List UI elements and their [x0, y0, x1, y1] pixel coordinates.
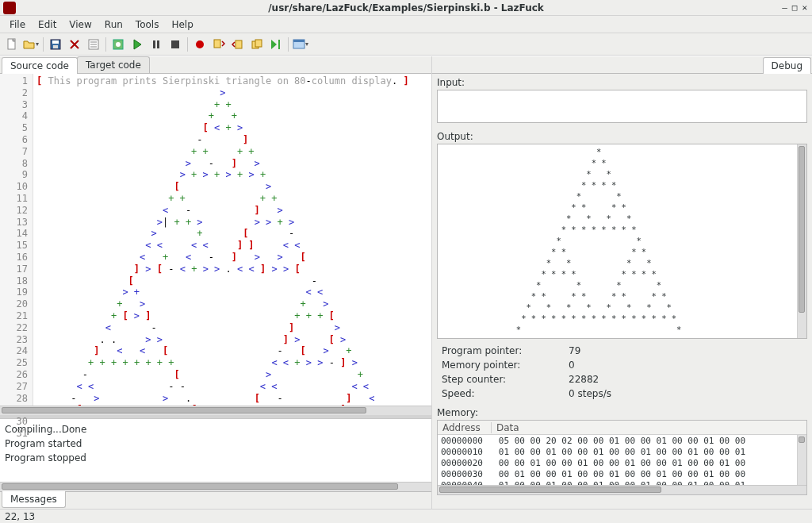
memory-pointer-label: Memory pointer:	[442, 360, 569, 371]
memory-panel: Address Data 00000000 05 00 00 20 02 00 …	[437, 420, 807, 495]
svg-rect-15	[236, 40, 242, 48]
menu-help[interactable]: Help	[165, 17, 199, 32]
compile-button[interactable]	[109, 36, 127, 53]
message-line: Program started	[5, 436, 427, 451]
svg-rect-14	[214, 40, 220, 48]
pause-button[interactable]	[147, 36, 165, 53]
svg-rect-17	[255, 40, 262, 47]
view-dropdown[interactable]: ▾	[292, 36, 309, 53]
output-panel: * * * * * * * * * * * * * * *	[437, 144, 807, 339]
menu-tools[interactable]: Tools	[129, 17, 166, 32]
step-counter-label: Step counter:	[442, 374, 569, 385]
window-title: /usr/share/LazFuck/Examples/Sierpinski.b…	[0, 2, 812, 13]
chevron-down-icon: ▾	[305, 40, 308, 48]
menu-run[interactable]: Run	[98, 17, 129, 32]
chevron-down-icon: ▾	[36, 40, 39, 48]
app-icon	[3, 2, 16, 14]
new-button[interactable]	[3, 36, 21, 53]
svg-rect-11	[157, 40, 159, 48]
messages-h-scrollbar[interactable]	[0, 482, 431, 491]
step-out-button[interactable]	[248, 36, 266, 53]
tab-messages[interactable]: Messages	[2, 491, 66, 508]
debug-tabstrip: Debug	[432, 56, 812, 74]
svg-rect-12	[171, 40, 179, 48]
input-label: Input:	[432, 74, 812, 90]
memory-col-address[interactable]: Address	[438, 422, 492, 433]
menu-file[interactable]: File	[3, 17, 32, 32]
tab-source-code[interactable]: Source code	[2, 57, 78, 74]
code-editor[interactable]: 1 2 3 4 5 6 7 8 9 10 11 12 13 14 15 16 1…	[0, 74, 431, 406]
memory-label: Memory:	[432, 404, 812, 420]
memory-v-scrollbar[interactable]	[797, 435, 806, 485]
run-button[interactable]	[128, 36, 146, 53]
output-v-scrollbar[interactable]	[797, 144, 806, 338]
program-pointer-label: Program pointer:	[442, 345, 569, 356]
step-into-button[interactable]	[210, 36, 228, 53]
toolbar: ▾ ▾	[0, 33, 812, 56]
bottom-tabstrip: Messages	[0, 491, 431, 509]
cursor-position: 22, 13	[5, 511, 35, 522]
svg-rect-18	[278, 40, 280, 49]
separator	[288, 37, 289, 52]
input-box[interactable]	[437, 90, 807, 123]
maximize-button[interactable]: □	[792, 2, 798, 13]
message-line: Program stopped	[5, 451, 427, 465]
memory-header: Address Data	[438, 421, 806, 435]
svg-point-9	[116, 42, 121, 47]
speed-label: Speed:	[442, 388, 569, 399]
memory-col-data[interactable]: Data	[492, 422, 526, 433]
memory-pointer-value: 0	[569, 360, 575, 371]
message-line: Compiling...Done	[5, 422, 427, 436]
step-counter-value: 22882	[569, 374, 599, 385]
editor-h-scrollbar[interactable]	[0, 406, 431, 415]
separator	[43, 37, 44, 52]
svg-rect-2	[52, 40, 59, 44]
window-controls: – □ ✕	[782, 2, 812, 13]
svg-rect-20	[293, 40, 304, 42]
output-label: Output:	[432, 128, 812, 144]
step-over-button[interactable]	[229, 36, 247, 53]
right-column: Debug Input: Output: * * * * * * * * *	[432, 56, 812, 509]
separator	[187, 37, 188, 52]
record-button[interactable]	[191, 36, 209, 53]
main-area: Source code Target code 1 2 3 4 5 6 7 8 …	[0, 56, 812, 509]
save-button[interactable]	[47, 36, 64, 53]
tab-target-code[interactable]: Target code	[77, 56, 150, 73]
close-button[interactable]: ✕	[802, 2, 807, 13]
svg-rect-3	[53, 45, 58, 48]
menu-edit[interactable]: Edit	[32, 17, 63, 32]
close-file-button[interactable]	[66, 36, 83, 53]
line-gutter: 1 2 3 4 5 6 7 8 9 10 11 12 13 14 15 16 1…	[0, 74, 33, 406]
svg-point-13	[196, 40, 204, 48]
title-bar: /usr/share/LazFuck/Examples/Sierpinski.b…	[0, 0, 812, 16]
stop-button[interactable]	[167, 36, 184, 53]
separator	[105, 37, 106, 52]
svg-rect-10	[153, 40, 155, 48]
memory-text: 00000000 05 00 00 20 02 00 00 01 00 00 0…	[438, 435, 797, 485]
status-bar: 22, 13	[0, 509, 812, 523]
debug-stats: Program pointer:79 Memory pointer:0 Step…	[432, 339, 812, 404]
speed-value: 0 steps/s	[569, 388, 611, 399]
menu-view[interactable]: View	[63, 17, 98, 32]
code-tabstrip: Source code Target code	[0, 56, 431, 74]
memory-h-scrollbar[interactable]	[438, 485, 806, 494]
run-to-cursor-button[interactable]	[267, 36, 285, 53]
code-text[interactable]: [ This program prints Sierpinski triangl…	[33, 74, 431, 406]
tab-debug[interactable]: Debug	[763, 57, 811, 74]
left-column: Source code Target code 1 2 3 4 5 6 7 8 …	[0, 56, 432, 509]
properties-button[interactable]	[85, 36, 102, 53]
program-pointer-value: 79	[569, 345, 580, 356]
open-button[interactable]: ▾	[22, 36, 40, 53]
messages-panel: Compiling...Done Program started Program…	[0, 418, 431, 482]
output-text: * * * * * * * * * * * * * * *	[438, 144, 797, 338]
minimize-button[interactable]: –	[782, 2, 787, 13]
menu-bar: File Edit View Run Tools Help	[0, 16, 812, 33]
